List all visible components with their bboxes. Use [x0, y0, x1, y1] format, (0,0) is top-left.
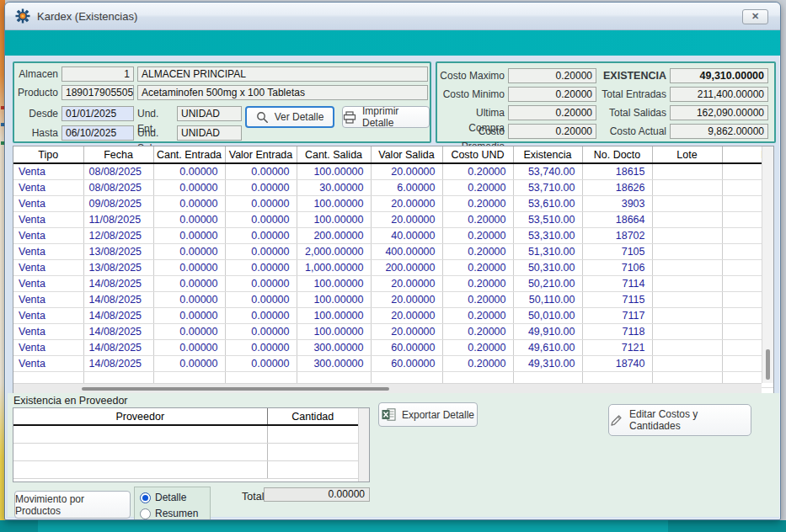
empty-row: [13, 443, 358, 460]
producto-code-field[interactable]: 1890179055059: [61, 85, 134, 100]
title-bar[interactable]: Kardex (Existencias) ✕: [5, 3, 780, 30]
col-header-fecha[interactable]: Fecha: [83, 146, 153, 163]
provider-table: Proveedor Cantidad: [13, 408, 358, 479]
col-header-cantidad[interactable]: Cantidad: [267, 408, 358, 425]
table-row[interactable]: Venta14/08/20250.000000.00000100.0000020…: [13, 307, 774, 323]
table-row[interactable]: Venta14/08/20250.000000.00000100.0000020…: [13, 323, 774, 339]
screen: Kardex (Existencias) ✕ Almacen 1 ALMACEN…: [0, 0, 786, 532]
provider-scrollbar[interactable]: [358, 408, 369, 481]
editar-costos-button[interactable]: Editar Costos y Cantidades: [608, 404, 751, 436]
table-row[interactable]: Venta13/08/20250.000000.000001,000.00000…: [13, 259, 774, 275]
costo-actual-label: Costo Actual: [597, 124, 666, 139]
total-salidas-field: 162,090.00000: [670, 105, 768, 120]
excel-icon: [382, 408, 396, 421]
editar-costos-label: Editar Costos y Cantidades: [629, 408, 751, 432]
detalle-resumen-groupbox: Detalle Resumen: [134, 487, 211, 520]
horizontal-scrollbar-thumb[interactable]: [82, 387, 389, 391]
table-row[interactable]: Venta14/08/20250.000000.00000100.0000020…: [13, 275, 774, 291]
ultima-compra-field: 0.20000: [508, 105, 596, 120]
background-segment: [668, 520, 786, 532]
hasta-date-field[interactable]: 06/10/2025: [61, 125, 134, 141]
total-label: Total: [242, 491, 264, 503]
vertical-scrollbar-thumb[interactable]: [766, 349, 770, 380]
detalle-radio-label: Detalle: [155, 492, 186, 503]
total-entradas-label: Total Entradas: [597, 87, 666, 102]
teal-banner: [5, 30, 780, 56]
hasta-label: Hasta: [16, 125, 58, 141]
total-entradas-field: 211,400.00000: [670, 87, 768, 102]
vertical-scrollbar[interactable]: [762, 146, 773, 383]
product-form-panel: Almacen 1 ALMACEN PRINCIPAL Producto 189…: [13, 61, 431, 143]
movimiento-productos-label: Movimiento por Productos: [15, 493, 130, 517]
existencia-proveedor-label: Existencia en Proveedor: [13, 395, 128, 407]
col-header-cant-salida[interactable]: Cant. Salida: [297, 146, 371, 163]
imprimir-detalle-label: Imprimir Detalle: [362, 105, 429, 129]
und-sal-field[interactable]: UNIDAD: [177, 125, 242, 141]
kardex-grid: Tipo Fecha Cant. Entrada Valor Entrada C…: [13, 146, 774, 394]
lower-section: Existencia en Proveedor Proveedor Cantid…: [8, 393, 779, 517]
table-row[interactable]: Venta09/08/20250.000000.00000100.0000020…: [13, 195, 774, 211]
costs-panel: Costo Maximo 0.20000 Costo Minimo 0.2000…: [436, 61, 776, 143]
printer-icon: [343, 111, 356, 124]
desde-date-field[interactable]: 01/01/2025: [61, 106, 134, 121]
pencil-icon: [609, 413, 623, 428]
table-row[interactable]: Venta08/08/20250.000000.00000100.0000020…: [13, 163, 774, 179]
empty-row: [13, 425, 358, 443]
window-title: Kardex (Existencias): [37, 3, 137, 30]
almacen-name-field[interactable]: ALMACEN PRINCIPAL: [137, 66, 428, 82]
costo-maximo-field: 0.20000: [508, 68, 596, 83]
almacen-label: Almacen: [16, 66, 58, 82]
table-row[interactable]: Venta14/08/20250.000000.00000300.0000060…: [13, 355, 774, 371]
col-header-valor-salida[interactable]: Valor Salida: [371, 146, 442, 163]
total-field: 0.00000: [264, 487, 370, 502]
costo-promedio-field: 0.20000: [508, 124, 596, 139]
col-header-tipo[interactable]: Tipo: [13, 146, 83, 163]
und-ent-field[interactable]: UNIDAD: [177, 106, 242, 121]
col-header-lote[interactable]: Lote: [652, 146, 722, 163]
horizontal-scrollbar[interactable]: [13, 383, 762, 393]
close-button[interactable]: ✕: [742, 9, 768, 24]
col-header-costo-und[interactable]: Costo UND: [442, 146, 513, 163]
table-row[interactable]: Venta14/08/20250.000000.00000100.0000020…: [13, 291, 774, 307]
costo-minimo-label: Costo Minimo: [439, 87, 505, 102]
radio-selected-icon[interactable]: [140, 492, 151, 503]
background-segment: [0, 520, 38, 532]
existencia-label: EXISTENCIA: [597, 68, 666, 83]
provider-table-body: [13, 425, 358, 478]
provider-grid: Proveedor Cantidad: [13, 407, 370, 482]
table-row[interactable]: Venta12/08/20250.000000.00000200.0000040…: [13, 227, 774, 243]
empty-row: [13, 460, 358, 478]
kardex-table: Tipo Fecha Cant. Entrada Valor Entrada C…: [13, 146, 774, 394]
col-header-existencia[interactable]: Existencia: [513, 146, 582, 163]
costo-maximo-label: Costo Maximo: [439, 68, 505, 83]
table-row[interactable]: Venta13/08/20250.000000.000002,000.00000…: [13, 243, 774, 259]
col-header-no-docto[interactable]: No. Docto: [582, 146, 652, 163]
imprimir-detalle-button[interactable]: Imprimir Detalle: [342, 106, 430, 128]
col-header-proveedor[interactable]: Proveedor: [13, 408, 267, 425]
magnifier-icon: [256, 111, 269, 124]
exportar-detalle-button[interactable]: Exportar Detalle: [378, 402, 478, 427]
table-row[interactable]: Venta11/08/20250.000000.00000100.0000020…: [13, 211, 774, 227]
radio-option-detalle[interactable]: Detalle: [140, 491, 186, 504]
desde-label: Desde: [16, 106, 58, 121]
col-header-cant-entrada[interactable]: Cant. Entrada: [153, 146, 225, 163]
costo-actual-field: 9,862.00000: [670, 124, 768, 139]
movimiento-productos-button[interactable]: Movimiento por Productos: [14, 491, 131, 519]
producto-label: Producto: [16, 85, 58, 100]
table-header-row: Tipo Fecha Cant. Entrada Valor Entrada C…: [13, 146, 774, 163]
radio-option-resumen[interactable]: Resumen: [140, 507, 198, 520]
almacen-code-field[interactable]: 1: [61, 66, 134, 82]
provider-header-row: Proveedor Cantidad: [13, 408, 358, 425]
table-row[interactable]: Venta08/08/20250.000000.0000030.000006.0…: [13, 179, 774, 195]
col-header-valor-entrada[interactable]: Valor Entrada: [225, 146, 297, 163]
radio-unselected-icon[interactable]: [140, 508, 151, 519]
ver-detalle-label: Ver Detalle: [275, 111, 324, 123]
ver-detalle-button[interactable]: Ver Detalle: [245, 106, 334, 128]
total-salidas-label: Total Salidas: [597, 105, 666, 120]
table-row[interactable]: Venta14/08/20250.000000.00000300.0000060…: [13, 339, 774, 355]
resumen-radio-label: Resumen: [155, 508, 198, 519]
producto-name-field[interactable]: Acetaminofen 500mg x 100 Tabletas: [137, 85, 428, 100]
existencia-field: 49,310.00000: [670, 68, 768, 83]
exportar-detalle-label: Exportar Detalle: [402, 409, 474, 421]
app-gear-icon: [15, 8, 30, 24]
